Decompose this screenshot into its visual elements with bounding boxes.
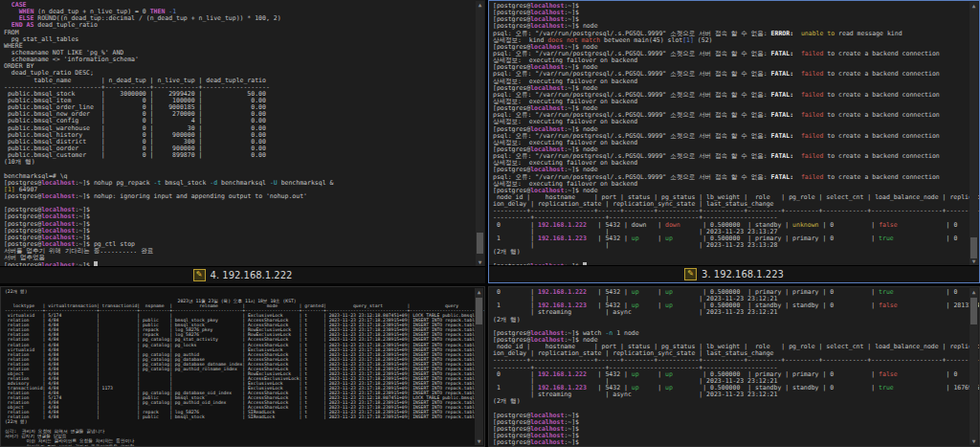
scrollbar[interactable]: ▲ ▼: [969, 2, 978, 265]
pane-label-bar: ✎ 4. 192.168.1.222: [0, 266, 485, 283]
terminal-output-top-left: CASE WHEN (n_dead_tup + n_live_tup) = 0 …: [0, 0, 485, 268]
scroll-down-arrow-icon[interactable]: ▼: [969, 437, 978, 445]
pane-label: 4. 192.168.1.222: [211, 270, 293, 280]
terminal-pane-bottom-right[interactable]: 0 | 192.168.1.222 | 5432 | up | up | 0.5…: [488, 286, 980, 447]
scrollbar[interactable]: ▲ ▼: [475, 288, 483, 445]
multiexec-terminal-icon: ✎: [193, 269, 206, 281]
terminal-output-bottom-right: 0 | 192.168.1.222 | 5432 | up | up | 0.5…: [489, 287, 979, 447]
terminal-pane-bottom-left[interactable]: (22개 행) 2023년 11월 23일 (목) 오후 11시 18분 10초…: [0, 286, 485, 447]
scrollbar-thumb[interactable]: [970, 298, 977, 324]
scrollbar[interactable]: ▲ ▼: [476, 1, 484, 266]
scroll-up-arrow-icon[interactable]: ▲: [476, 1, 484, 9]
scroll-down-arrow-icon[interactable]: ▼: [476, 258, 484, 266]
terminal-pane-top-left[interactable]: CASE WHEN (n_dead_tup + n_live_tup) = 0 …: [0, 0, 485, 283]
scroll-up-arrow-icon[interactable]: ▲: [475, 288, 483, 296]
multiexec-terminal-icon: ✎: [684, 268, 697, 280]
terminal-output-bottom-left: (22개 행) 2023년 11월 23일 (목) 오후 11시 18분 10초…: [1, 287, 484, 447]
terminal-pane-top-right[interactable]: [postgres@localhost:~]$[postgres@localho…: [488, 0, 980, 283]
terminal-output-top-right: [postgres@localhost:~]$[postgres@localho…: [489, 1, 979, 269]
pane-label-bar: ✎ 3. 192.168.1.223: [489, 265, 979, 282]
scroll-up-arrow-icon[interactable]: ▲: [969, 2, 978, 10]
scroll-down-arrow-icon[interactable]: ▼: [475, 437, 483, 445]
scrollbar[interactable]: ▲ ▼: [969, 288, 978, 445]
scrollbar-thumb[interactable]: [970, 237, 977, 258]
multiexec-terminal-grid: CASE WHEN (n_dead_tup + n_live_tup) = 0 …: [0, 0, 980, 447]
pane-label: 3. 192.168.1.223: [702, 269, 784, 279]
scrollbar-thumb[interactable]: [476, 298, 482, 324]
scrollbar-thumb[interactable]: [477, 233, 483, 254]
scroll-down-arrow-icon[interactable]: ▼: [969, 257, 978, 265]
scroll-up-arrow-icon[interactable]: ▲: [969, 288, 978, 296]
